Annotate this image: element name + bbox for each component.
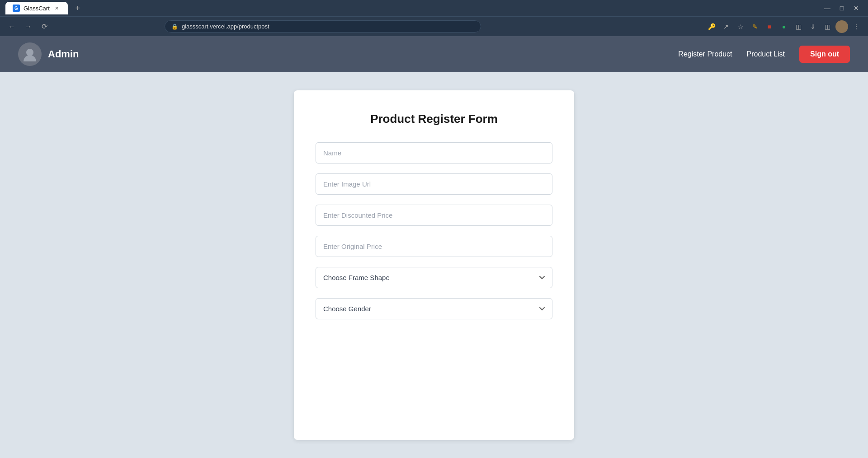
browser-titlebar: G GlassCart ✕ + — □ ✕ [0,0,868,16]
product-register-form-card: Product Register Form Choose Frame Shape… [294,90,574,440]
url-text: glassscart.vercel.app/productpost [182,23,269,30]
menu-icon[interactable]: ⋮ [850,20,863,33]
admin-name-label: Admin [48,48,79,60]
name-input[interactable] [316,142,552,164]
address-bar[interactable]: 🔒 glassscart.vercel.app/productpost [165,20,481,33]
gender-field-group: Choose Gender Male Female Unisex [316,298,552,319]
app-navbar: Admin Register Product Product List Sign… [0,36,868,72]
frame-shape-select[interactable]: Choose Frame Shape Round Square Rectangl… [316,267,552,288]
signout-button[interactable]: Sign out [799,46,850,63]
form-title: Product Register Form [316,112,552,126]
navbar-nav: Register Product Product List Sign out [678,46,850,63]
back-button[interactable]: ← [5,20,18,33]
tab-favicon: G [13,5,20,12]
forward-button[interactable]: → [22,20,34,33]
frame-shape-field-group: Choose Frame Shape Round Square Rectangl… [316,267,552,288]
browser-tab[interactable]: G GlassCart ✕ [5,2,68,14]
download-icon[interactable]: ⇓ [807,20,819,33]
window-controls: — □ ✕ [821,2,863,14]
reload-button[interactable]: ⟳ [38,20,51,33]
photo-icon[interactable]: ■ [763,20,776,33]
image-url-field-group [316,173,552,195]
admin-avatar-icon [18,42,42,66]
discounted-price-input[interactable] [316,205,552,226]
gender-select[interactable]: Choose Gender Male Female Unisex [316,298,552,319]
register-product-link[interactable]: Register Product [678,50,732,58]
browser-chrome: G GlassCart ✕ + — □ ✕ ← → ⟳ 🔒 glassscart… [0,0,868,36]
browser-toolbar: ← → ⟳ 🔒 glassscart.vercel.app/productpos… [0,16,868,36]
image-url-input[interactable] [316,173,552,195]
toolbar-actions: 🔑 ↗ ☆ ✎ ■ ● ◫ ⇓ ◫ ⋮ [705,20,863,33]
main-content: Product Register Form Choose Frame Shape… [0,72,868,458]
sidebar-icon[interactable]: ◫ [821,20,834,33]
svg-point-0 [26,49,33,56]
user-avatar-button[interactable] [835,20,848,33]
original-price-field-group [316,236,552,257]
maximize-button[interactable]: □ [835,2,848,14]
name-field-group [316,142,552,164]
product-list-link[interactable]: Product List [747,50,785,58]
tab-title: GlassCart [24,5,50,12]
close-button[interactable]: ✕ [850,2,863,14]
original-price-input[interactable] [316,236,552,257]
edit-icon[interactable]: ✎ [749,20,761,33]
new-tab-button[interactable]: + [71,2,84,14]
discounted-price-field-group [316,205,552,226]
minimize-button[interactable]: — [821,2,834,14]
extensions-icon[interactable]: ◫ [792,20,805,33]
share-icon[interactable]: ↗ [720,20,732,33]
tab-close-button[interactable]: ✕ [53,5,61,12]
star-icon[interactable]: ☆ [734,20,747,33]
key-icon[interactable]: 🔑 [705,20,718,33]
admin-profile: Admin [18,42,79,66]
globe-icon[interactable]: ● [778,20,790,33]
lock-icon: 🔒 [171,23,178,30]
